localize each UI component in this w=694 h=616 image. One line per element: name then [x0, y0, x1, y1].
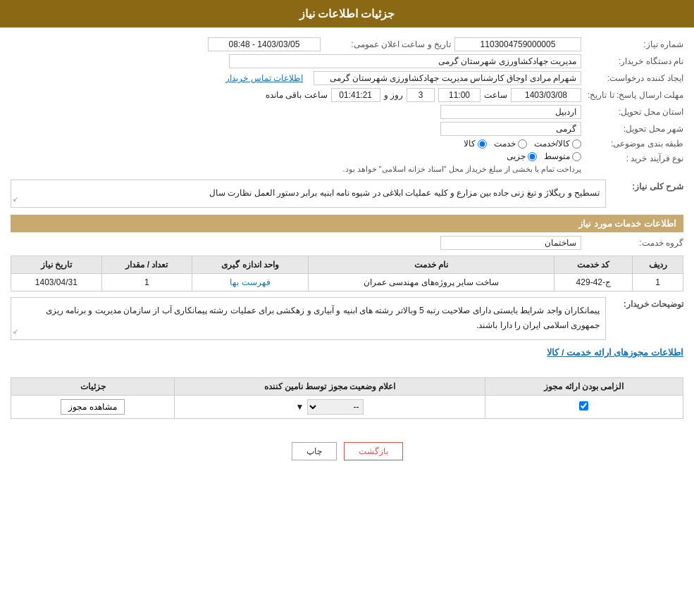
section3-title[interactable]: اطلاعات مجوزهای ارائه خدمت / کالا [547, 347, 683, 358]
license-row: -- ▼ مشاهده مجوز [11, 395, 683, 418]
th-نام-خدمت: نام خدمت [308, 256, 554, 273]
table-header-row: ردیف کد خدمت نام خدمت واحد اندازه گیری ت… [11, 256, 683, 273]
توضیحات-content: پیمانکاران واجد شرایط بایستی دارای صلاحی… [11, 297, 606, 340]
استان-row: استان محل تحویل: اردبیل [11, 105, 683, 119]
radio-کالا-خدمت: کالا/خدمت [534, 139, 581, 149]
استان-label: استان محل تحویل: [585, 107, 683, 117]
نوع-content: متوسط جزیی پرداخت تمام یا بخشی از مبلغ خ… [342, 151, 581, 174]
td-کد-خدمت: ج-42-429 [554, 273, 633, 291]
td-نام-خدمت: ساخت سایر پروژه‌های مهندسی عمران [308, 273, 554, 291]
section2-title: اطلاعات خدمات مورد نیاز [11, 215, 683, 232]
table-row: 1 ج-42-429 ساخت سایر پروژه‌های مهندسی عم… [11, 273, 683, 291]
طبقه-label: طبقه بندی موضوعی: [585, 139, 683, 149]
td-الزامی [485, 395, 683, 418]
توضیحات-row: توضیحات خریدار: پیمانکاران واجد شرایط با… [11, 297, 683, 340]
ایجاد-کننده-label: ایجاد کننده درخواست: [585, 73, 683, 83]
اطلاعات-تماس-link[interactable]: اطلاعات تماس خریدار [225, 73, 303, 83]
گروه-label: گروه خدمت: [585, 238, 683, 248]
radio-خدمت-label: خدمت [494, 139, 516, 149]
ایجاد-کننده-value: شهرام مرادی اوجاق کارشناس مدیریت جهادکشا… [314, 71, 581, 85]
services-table-wrapper: ردیف کد خدمت نام خدمت واحد اندازه گیری ت… [11, 256, 683, 291]
شماره-نیاز-value: 1103004759000005 [454, 37, 581, 51]
شهر-row: شهر محل تحویل: گرمی [11, 122, 683, 136]
تاریخ-label: تاریخ و ساعت اعلان عمومی: [324, 39, 451, 49]
th-الزامی: الزامی بودن ارائه مجوز [485, 377, 683, 395]
td-واحد: فهرست بها [192, 273, 309, 291]
شرح-row: شرح کلی نیاز: تسطیح و ریگلاژ و تیغ زنی ج… [11, 180, 683, 208]
th-کد-خدمت: کد خدمت [554, 256, 633, 273]
توضیحات-label: توضیحات خریدار: [613, 297, 683, 309]
th-ردیف: ردیف [633, 256, 683, 273]
spacer [11, 358, 683, 372]
page-header: جزئیات اطلاعات نیاز [0, 0, 694, 27]
back-button[interactable]: بازگشت [344, 442, 403, 460]
نوع-desc: پرداخت تمام یا بخشی از مبلغ خریداز محل "… [342, 165, 581, 173]
گروه-row: گروه خدمت: ساختمان [11, 236, 683, 250]
section3-wrapper: اطلاعات مجوزهای ارائه خدمت / کالا [11, 347, 683, 358]
شرح-value: تسطیح و ریگلاژ و تیغ زنی جاده بین مزارع … [209, 188, 600, 198]
استان-value: اردبیل [440, 105, 581, 119]
مهلت-day-label: روز و [384, 90, 403, 100]
td-تعداد: 1 [101, 273, 192, 291]
مهلت-day: 3 [407, 88, 435, 102]
مهلت-time-label: ساعت [484, 90, 507, 100]
license-table: الزامی بودن ارائه مجوز اعلام وضعیت مجوز … [11, 377, 683, 419]
طبقه-radio-group: کالا/خدمت خدمت کالا [464, 139, 581, 149]
شهر-value: گرمی [440, 122, 581, 136]
license-table-wrapper: الزامی بودن ارائه مجوز اعلام وضعیت مجوز … [11, 377, 683, 419]
radio-جزیی-label: جزیی [507, 151, 526, 161]
توضیحات-box: پیمانکاران واجد شرایط بایستی دارای صلاحی… [11, 297, 606, 340]
radio-متوسط: متوسط [544, 151, 581, 161]
td-جزئیات: مشاهده مجوز [11, 395, 175, 418]
نام-دستگاه-row: نام دستگاه خریدار: مدیریت جهادکشاورزی شه… [11, 54, 683, 68]
نوع-row: نوع فرآیند خرید : متوسط جزیی پرداخت تمام… [11, 151, 683, 174]
مهلت-time: 11:00 [438, 88, 481, 102]
th-تعداد: تعداد / مقدار [101, 256, 192, 273]
اعلام-select[interactable]: -- [307, 399, 364, 415]
تاریخ-value: 1403/03/05 - 08:48 [208, 37, 321, 51]
نام-دستگاه-label: نام دستگاه خریدار: [585, 56, 683, 66]
radio-خدمت-input[interactable] [518, 139, 527, 149]
مهلت-row: مهلت ارسال پاسخ: تا تاریخ: 1403/03/08 سا… [11, 88, 683, 102]
شهر-label: شهر محل تحویل: [585, 124, 683, 134]
شماره-نیاز-row: شماره نیاز: 1103004759000005 تاریخ و ساع… [11, 37, 683, 51]
resize-icon: ↙ [13, 193, 18, 206]
print-button[interactable]: چاپ [292, 442, 337, 460]
radio-متوسط-input[interactable] [572, 152, 581, 161]
license-header-row: الزامی بودن ارائه مجوز اعلام وضعیت مجوز … [11, 377, 683, 395]
radio-خدمت: خدمت [494, 139, 527, 149]
radio-کالا-input[interactable] [478, 139, 487, 149]
radio-کالا-label: کالا [464, 139, 476, 149]
radio-جزیی-input[interactable] [528, 152, 537, 161]
th-واحد: واحد اندازه گیری [192, 256, 309, 273]
توضیحات-value: پیمانکاران واجد شرایط بایستی دارای صلاحی… [46, 306, 600, 331]
page-wrapper: جزئیات اطلاعات نیاز شماره نیاز: 11030047… [0, 0, 694, 616]
مهلت-date: 1403/03/08 [511, 88, 581, 102]
شرح-label: شرح کلی نیاز: [613, 180, 683, 191]
طبقه-row: طبقه بندی موضوعی: کالا/خدمت خدمت کالا [11, 139, 683, 149]
توضیحات-section: توضیحات خریدار: پیمانکاران واجد شرایط با… [11, 297, 683, 340]
شرح-content: تسطیح و ریگلاژ و تیغ زنی جاده بین مزارع … [11, 180, 606, 208]
radio-کالا-خدمت-label: کالا/خدمت [534, 139, 570, 149]
مهلت-remain-label: ساعت باقی مانده [266, 90, 328, 100]
th-اعلام: اعلام وضعیت مجوز توسط نامین کننده [175, 377, 485, 395]
مهلت-label: مهلت ارسال پاسخ: تا تاریخ: [585, 90, 683, 100]
th-جزئیات: جزئیات [11, 377, 175, 395]
مهلت-remain: 01:41:21 [331, 88, 380, 102]
مشاهده-مجوز-button[interactable]: مشاهده مجوز [61, 399, 124, 415]
گروه-value: ساختمان [440, 236, 581, 250]
شرح-section: شرح کلی نیاز: تسطیح و ریگلاژ و تیغ زنی ج… [11, 180, 683, 208]
نوع-label: نوع فرآیند خرید : [585, 151, 683, 163]
radio-جزیی: جزیی [507, 151, 537, 161]
td-ردیف: 1 [633, 273, 683, 291]
الزامی-checkbox[interactable] [579, 401, 588, 410]
نام-دستگاه-value: مدیریت جهادکشاورزی شهرستان گرمی [229, 54, 581, 68]
dropdown-arrow: ▼ [296, 402, 304, 412]
توضیحات-resize-icon: ↙ [13, 325, 18, 338]
td-تاریخ: 1403/04/31 [11, 273, 102, 291]
radio-کالا-خدمت-input[interactable] [572, 139, 581, 149]
bottom-buttons: بازگشت چاپ [0, 432, 694, 471]
ایجاد-کننده-row: ایجاد کننده درخواست: شهرام مرادی اوجاق ک… [11, 71, 683, 85]
main-content: شماره نیاز: 1103004759000005 تاریخ و ساع… [0, 27, 694, 432]
radio-متوسط-label: متوسط [544, 151, 570, 161]
